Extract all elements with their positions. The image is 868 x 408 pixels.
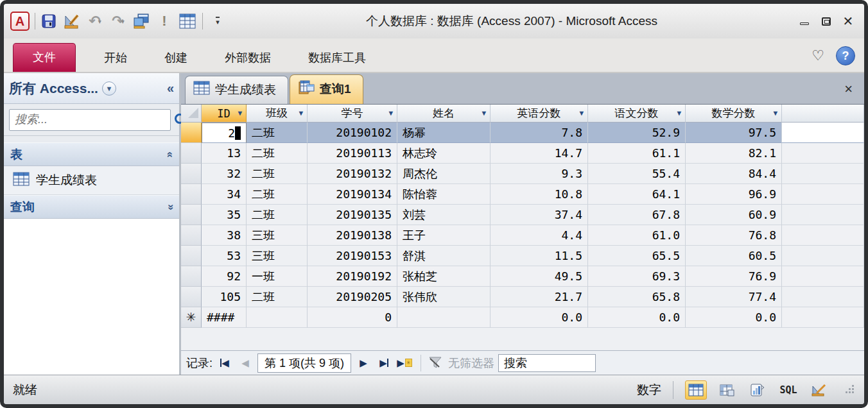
cell-name[interactable]: 舒淇 [397,246,490,266]
cell-chinese-score[interactable]: 69.3 [588,266,686,287]
row-selector[interactable] [181,205,202,225]
cell-math-score[interactable]: 97.5 [686,123,782,143]
cell-class[interactable]: 二班 [247,205,308,225]
pivotchart-view-button[interactable] [747,380,768,400]
cell-math-score[interactable]: 96.9 [686,184,782,205]
cell-student-no[interactable]: 20190113 [308,143,397,164]
nav-pane-header[interactable]: 所有 Access... ▼ « [4,73,179,104]
design-view-button[interactable] [808,380,830,400]
cell-name[interactable]: 周杰伦 [397,164,490,184]
ribbon-tab-external-data[interactable]: 外部数据 [208,45,288,72]
cell-chinese-score[interactable]: 67.8 [588,205,686,225]
ribbon-tab-home[interactable]: 开始 [87,45,144,72]
chevron-down-icon[interactable]: ▼ [388,109,393,117]
column-header-english-score[interactable]: 英语分数▼ [490,105,588,123]
cell-math-score[interactable]: 60.5 [686,246,782,266]
next-record-button[interactable]: ▶ [355,355,372,371]
cell-name[interactable]: 刘芸 [397,205,490,225]
record-search-input[interactable]: 搜索 [498,354,596,372]
cell-english-score[interactable]: 37.4 [490,205,588,225]
cell-english-score[interactable]: 0.0 [490,307,588,328]
undo-icon[interactable]: ↶▾ [87,13,103,30]
cell-english-score[interactable]: 21.7 [490,287,588,307]
record-position[interactable]: 第 1 项(共 9 项) [257,353,351,373]
row-selector[interactable] [181,184,202,205]
cell-class[interactable]: 三班 [247,225,308,246]
cell-id[interactable]: 35 [202,205,247,225]
cell-chinese-score[interactable]: 52.9 [588,123,686,143]
cell-chinese-score[interactable]: 55.4 [588,164,686,184]
close-button[interactable]: ✕ [841,15,855,27]
nav-search-input[interactable] [9,109,171,131]
cell-chinese-score[interactable]: 61.1 [588,143,686,164]
cell-class[interactable]: 二班 [247,123,308,143]
cell-class[interactable]: 二班 [247,287,308,307]
select-all-corner[interactable] [181,105,202,123]
redo-icon[interactable]: ↷▾ [110,13,126,30]
chevron-down-icon[interactable]: ▼ [299,109,303,117]
cell-class[interactable]: 一班 [247,266,308,287]
cell-math-score[interactable]: 0.0 [686,307,782,328]
cell-id[interactable]: 38 [202,225,247,246]
chevron-down-icon[interactable]: ▼ [482,109,486,117]
cell-student-no[interactable]: 20190205 [308,287,397,307]
cell-name[interactable]: 林志玲 [397,143,490,164]
new-record-selector[interactable]: ✳ [181,307,202,328]
cell-id[interactable]: 105 [202,287,247,307]
cell-id[interactable]: #### [202,307,247,328]
chevron-down-icon[interactable]: ▼ [102,81,116,96]
column-header-student-no[interactable]: 学号▼ [308,105,397,123]
row-selector[interactable] [181,164,202,184]
cell-student-no[interactable]: 20190138 [308,225,397,246]
document-tab-学生成绩表[interactable]: 学生成绩表 [185,76,288,104]
cell-english-score[interactable]: 14.7 [490,143,588,164]
cell-student-no[interactable]: 20190102 [308,123,397,143]
cell-name[interactable]: 张柏芝 [397,266,490,287]
cell-math-score[interactable]: 60.9 [686,205,782,225]
help-icon[interactable]: ? [836,46,855,65]
cell-chinese-score[interactable]: 64.1 [588,184,686,205]
cell-class[interactable]: 二班 [247,143,308,164]
new-record-button[interactable]: ▶✳ [396,355,413,371]
restore-button[interactable] [819,15,833,27]
column-header-name[interactable]: 姓名▼ [397,105,490,123]
cell-class[interactable] [247,307,308,328]
cell-student-no[interactable]: 20190132 [308,164,397,184]
column-header-id[interactable]: ID▼ [202,105,247,123]
cell-student-no[interactable]: 20190134 [308,184,397,205]
ribbon-tab-database-tools[interactable]: 数据库工具 [291,45,383,72]
minimize-button[interactable] [797,15,812,27]
cell-class[interactable]: 二班 [247,184,308,205]
cell-student-no[interactable]: 0 [308,307,397,328]
cell-name[interactable]: 杨幂 [397,123,490,143]
row-selector[interactable] [181,246,202,266]
nav-item-学生成绩表[interactable]: 学生成绩表 [4,166,179,195]
cell-id[interactable]: 32 [202,164,247,184]
cell-id[interactable]: 92 [202,266,247,287]
column-header-class[interactable]: 班级▼ [247,105,308,123]
column-header-math-score[interactable]: 数学分数▼ [686,105,782,123]
cell-name[interactable]: 张伟欣 [397,287,490,307]
cell-id[interactable]: 2 [202,123,247,143]
cell-id[interactable]: 53 [202,246,247,266]
shutter-bar-close-icon[interactable]: « [167,81,174,96]
ribbon-tab-file[interactable]: 文件 [13,43,76,72]
filter-indicator[interactable]: 无筛选器 [429,355,494,371]
chevron-down-icon[interactable]: ▼ [579,109,584,117]
nav-section-queries[interactable]: 查询« [4,195,179,219]
chevron-down-icon[interactable]: ▼ [773,109,777,117]
cell-math-score[interactable]: 84.4 [686,164,782,184]
sql-view-button[interactable]: SQL [777,380,799,400]
chevron-down-icon[interactable]: ▼ [238,109,242,117]
cell-id[interactable]: 34 [202,184,247,205]
first-record-button[interactable]: ◀ [216,355,233,371]
cell-student-no[interactable]: 20190153 [308,246,397,266]
cell-student-no[interactable]: 20190135 [308,205,397,225]
row-selector[interactable] [181,143,202,164]
datasheet-view-icon[interactable] [179,13,196,30]
pivottable-view-button[interactable] [716,380,738,400]
run-icon[interactable]: ! [156,13,173,30]
row-selector[interactable] [181,123,202,143]
close-document-icon[interactable]: × [844,81,853,98]
chevron-down-icon[interactable]: ▼ [677,109,681,117]
